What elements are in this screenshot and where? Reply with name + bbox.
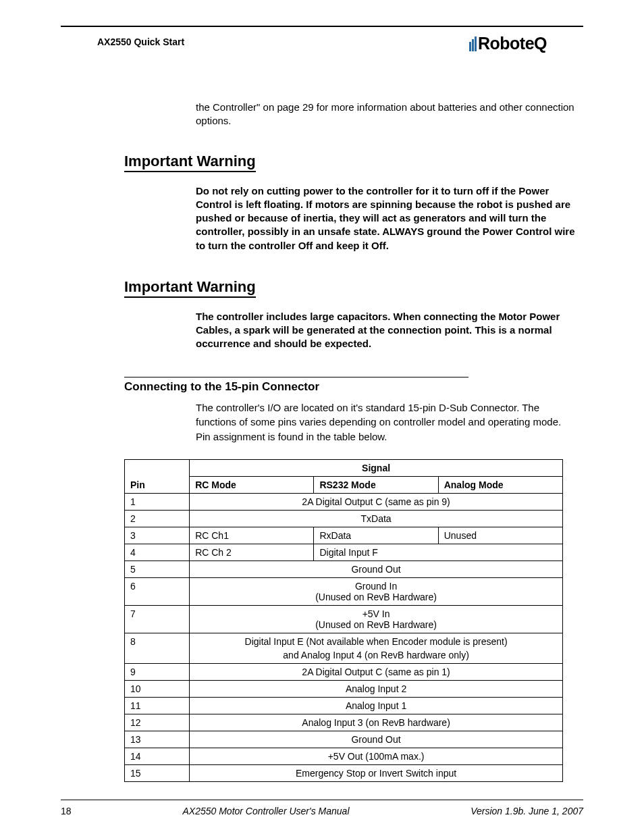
signal-cell: RC Ch1 xyxy=(190,527,314,544)
table-row: 14+5V Out (100mA max.) xyxy=(125,748,563,764)
th-pin: Pin xyxy=(125,459,190,493)
pin-cell: 15 xyxy=(125,764,190,781)
signal-cell: Analog Input 2 xyxy=(190,680,563,697)
pin-table: Pin Signal RC Mode RS232 Mode Analog Mod… xyxy=(124,459,563,782)
pin-cell: 14 xyxy=(125,748,190,764)
th-analog: Analog Mode xyxy=(438,476,562,493)
warning-1-heading: Important Warning xyxy=(124,153,256,172)
table-row: 3RC Ch1RxDataUnused xyxy=(125,527,563,544)
table-row: 6Ground In(Unused on RevB Hardware) xyxy=(125,577,563,605)
signal-cell: Ground In(Unused on RevB Hardware) xyxy=(190,577,563,605)
pin-cell: 2 xyxy=(125,510,190,527)
signal-cell: Ground Out xyxy=(190,731,563,748)
signal-cell: TxData xyxy=(190,510,563,527)
signal-cell: +5V Out (100mA max.) xyxy=(190,748,563,764)
signal-cell: RxData xyxy=(314,527,438,544)
signal-cell: Digital Input E (Not available when Enco… xyxy=(190,633,563,663)
pin-cell: 3 xyxy=(125,527,190,544)
table-row: 11Analog Input 1 xyxy=(125,697,563,714)
signal-cell: 2A Digital Output C (same as pin 9) xyxy=(190,493,563,510)
logo-bars-icon xyxy=(469,36,477,51)
table-row: 8Digital Input E (Not available when Enc… xyxy=(125,633,563,663)
intro-text: the Controller" on page 29 for more info… xyxy=(196,101,578,128)
warning-1-body: Do not rely on cutting power to the cont… xyxy=(196,184,578,253)
th-rc: RC Mode xyxy=(190,476,314,493)
table-row: 5Ground Out xyxy=(125,561,563,577)
pin-cell: 9 xyxy=(125,663,190,680)
warning-2-heading: Important Warning xyxy=(124,278,256,298)
pin-cell: 4 xyxy=(125,544,190,561)
pin-cell: 1 xyxy=(125,493,190,510)
logo-text: RoboteQ xyxy=(478,34,547,53)
pin-cell: 6 xyxy=(125,577,190,605)
pin-cell: 11 xyxy=(125,697,190,714)
th-signal: Signal xyxy=(190,459,563,476)
signal-cell: 2A Digital Output C (same as pin 1) xyxy=(190,663,563,680)
section-body: The controller's I/O are located on it's… xyxy=(196,400,578,444)
table-row: 13Ground Out xyxy=(125,731,563,748)
table-row: 4RC Ch 2Digital Input F xyxy=(125,544,563,561)
pin-cell: 8 xyxy=(125,633,190,663)
pin-cell: 10 xyxy=(125,680,190,697)
table-row: 12A Digital Output C (same as pin 9) xyxy=(125,493,563,510)
signal-cell: Unused xyxy=(438,527,562,544)
pin-cell: 13 xyxy=(125,731,190,748)
page-footer: 18 AX2550 Motor Controller User's Manual… xyxy=(61,800,583,816)
footer-version: Version 1.9b. June 1, 2007 xyxy=(435,806,583,816)
roboteq-logo: RoboteQ xyxy=(469,34,547,53)
page-header: AX2550 Quick Start RoboteQ xyxy=(61,34,583,53)
signal-cell: Ground Out xyxy=(190,561,563,577)
footer-title: AX2550 Motor Controller User's Manual xyxy=(97,806,435,816)
signal-cell: Emergency Stop or Invert Switch input xyxy=(190,764,563,781)
signal-cell: RC Ch 2 xyxy=(190,544,314,561)
signal-cell: Analog Input 3 (on RevB hardware) xyxy=(190,714,563,731)
pin-cell: 12 xyxy=(125,714,190,731)
table-row: 7+5V In(Unused on RevB Hardware) xyxy=(125,605,563,633)
section-heading: Connecting to the 15-pin Connector xyxy=(124,380,581,394)
signal-cell: Analog Input 1 xyxy=(190,697,563,714)
table-row: 15Emergency Stop or Invert Switch input xyxy=(125,764,563,781)
section-divider xyxy=(124,377,468,377)
warning-2-body: The controller includes large capacitors… xyxy=(196,310,578,351)
table-row: 2TxData xyxy=(125,510,563,527)
header-title: AX2550 Quick Start xyxy=(97,36,184,47)
table-row: 10Analog Input 2 xyxy=(125,680,563,697)
pin-cell: 7 xyxy=(125,605,190,633)
th-rs232: RS232 Mode xyxy=(314,476,438,493)
page-number: 18 xyxy=(61,806,97,816)
pin-cell: 5 xyxy=(125,561,190,577)
table-row: 12Analog Input 3 (on RevB hardware) xyxy=(125,714,563,731)
table-row: 92A Digital Output C (same as pin 1) xyxy=(125,663,563,680)
signal-cell: Digital Input F xyxy=(314,544,563,561)
signal-cell: +5V In(Unused on RevB Hardware) xyxy=(190,605,563,633)
